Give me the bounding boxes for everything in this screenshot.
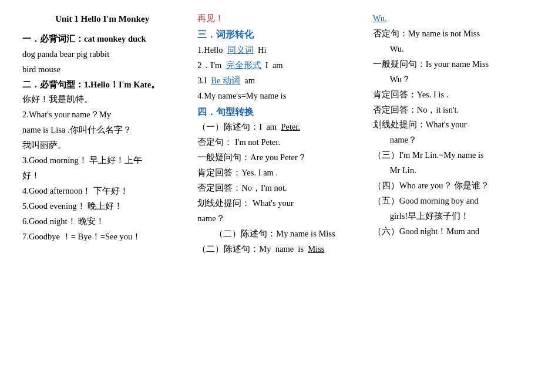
- page-container: Unit 1 Hello I'm Monkey 一．必背词汇：cat monke…: [0, 0, 555, 269]
- col3-indent-4: Mr Lin.: [373, 164, 533, 178]
- col2-indent-1: （二）陈述句：My name is Miss: [197, 227, 357, 241]
- col3-line-5: 肯定回答：Yes. I is .: [373, 88, 533, 102]
- sentence-4: 4.Good afternoon！ 下午好！: [22, 184, 182, 198]
- col2-line-3: 2．I'm 完全形式 I am: [197, 59, 357, 73]
- sentence-section: 二．必背句型：1.Hello！I'm Kate。: [22, 78, 182, 92]
- col2-section-1: 三．词形转化: [197, 27, 357, 42]
- sentence-3b: 好！: [22, 169, 182, 183]
- sentence-1-cn: 你好！我是凯特。: [22, 93, 182, 107]
- col2-section-2: 四．句型转换: [197, 104, 357, 120]
- sentence-2a: 2.What's your name？My: [22, 108, 182, 122]
- col2-line-0: 再见！: [197, 12, 357, 26]
- col3-line-6: 否定回答：No，it isn't.: [373, 103, 533, 117]
- col3-line-1: 否定句：My name is not Miss: [373, 27, 533, 41]
- col2-line-11: 否定回答：No，I'm not.: [197, 181, 357, 195]
- column-2: 再见！ 三．词形转化 1.Hello 同义词 Hi 2．I'm 完全形式 I a…: [193, 12, 362, 258]
- col3-indent-3: name？: [373, 133, 533, 147]
- col3-line-11: （四）Who are you？ 你是谁？: [373, 179, 533, 193]
- column-1: Unit 1 Hello I'm Monkey 一．必背词汇：cat monke…: [18, 12, 187, 258]
- col2-line-4: 3.I Be 动词 am: [197, 74, 357, 88]
- col2-line-12: 划线处提问： What's your: [197, 197, 357, 211]
- sentence-2b: name is Lisa .你叫什么名字？: [22, 123, 182, 137]
- sentence-6: 6.Good night！ 晚安！: [22, 215, 182, 229]
- col3-line-12: （五）Good morning boy and: [373, 194, 533, 208]
- col2-line-5: 4.My name's=My name is: [197, 89, 357, 103]
- col3-indent-1: Wu.: [373, 42, 533, 56]
- vocab-line-2: dog panda bear pig rabbit: [22, 48, 182, 62]
- col2-line-2: 1.Hello 同义词 Hi: [197, 43, 357, 58]
- sentence-5: 5.Good evening！ 晚上好！: [22, 200, 182, 214]
- column-3: Wu. 否定句：My name is not Miss Wu. 一般疑问句：Is…: [368, 12, 537, 258]
- col3-line-9: （三）I'm Mr Lin.=My name is: [373, 148, 533, 163]
- section-label: 一．必背词汇：cat monkey duck: [22, 34, 146, 43]
- col2-line-10: 肯定回答：Yes. I am .: [197, 166, 357, 180]
- col3-line-3: 一般疑问句：Is your name Miss: [373, 58, 533, 72]
- col3-indent-5: girls!早上好孩子们！: [373, 209, 533, 224]
- col2-line-13: name？: [197, 212, 357, 226]
- unit-title: Unit 1 Hello I'm Monkey: [22, 12, 182, 26]
- sentence-2-cn: 我叫丽萨。: [22, 138, 182, 153]
- col3-line-0: Wu.: [373, 12, 533, 26]
- col3-line-7: 划线处提问：What's your: [373, 118, 533, 132]
- col2-line-15: （二）陈述句：My name is Miss: [197, 242, 357, 256]
- sentence-3a: 3.Good morning！ 早上好！上午: [22, 154, 182, 168]
- vocab-section: 一．必背词汇：cat monkey duck: [22, 32, 182, 46]
- col2-line-8: 否定句： I'm not Peter.: [197, 136, 357, 150]
- vocab-line-3: bird mouse: [22, 63, 182, 77]
- col2-line-9: 一般疑问句：Are you Peter？: [197, 151, 357, 165]
- sentence-label: 二．必背句型：1.Hello！I'm Kate。: [22, 80, 160, 89]
- col3-line-14: （六）Good night！Mum and: [373, 225, 533, 239]
- col3-indent-2: Wu？: [373, 73, 533, 87]
- col2-line-7: （一）陈述句：I am Peter.: [197, 120, 357, 134]
- sentence-7: 7.Goodbye ！= Bye！=See you！: [22, 230, 182, 244]
